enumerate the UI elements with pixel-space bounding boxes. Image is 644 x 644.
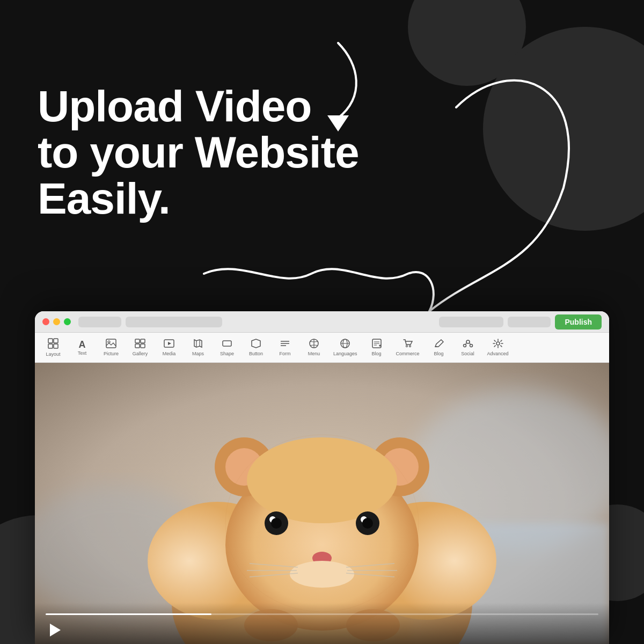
blog-icon-icon xyxy=(371,339,382,350)
languages-label: Languages xyxy=(333,351,357,356)
video-content-area xyxy=(35,363,609,644)
svg-rect-15 xyxy=(223,341,231,346)
svg-point-31 xyxy=(466,340,470,343)
svg-rect-9 xyxy=(135,344,140,348)
svg-rect-7 xyxy=(135,339,140,343)
picture-icon xyxy=(106,339,116,350)
toolbar-item-blog[interactable]: Blog xyxy=(425,336,453,358)
svg-point-36 xyxy=(496,342,500,345)
svg-point-28 xyxy=(406,346,407,347)
commerce-label: Commerce xyxy=(396,351,420,356)
toolbar-item-picture[interactable]: Picture xyxy=(97,336,125,358)
svg-point-49 xyxy=(247,437,397,523)
blog-icon-label: Blog xyxy=(372,351,382,356)
social-icon xyxy=(463,339,473,350)
url-placeholder-2 xyxy=(439,317,503,327)
toolbar-item-maps[interactable]: Maps xyxy=(184,336,212,358)
toolbar-item-social[interactable]: Social xyxy=(454,336,482,358)
publish-button[interactable]: Publish xyxy=(555,314,602,330)
video-control-buttons xyxy=(46,620,598,640)
browser-toolbar: Layout A Text Picture xyxy=(35,333,609,363)
advanced-label: Advanced xyxy=(487,351,509,356)
svg-point-29 xyxy=(409,346,411,347)
svg-rect-5 xyxy=(106,339,116,348)
url-placeholder-3 xyxy=(508,317,551,327)
advanced-icon xyxy=(493,339,503,350)
gallery-icon xyxy=(135,339,145,350)
url-bar-area: Publish xyxy=(78,314,602,330)
hero-line3: Easily. xyxy=(38,175,359,222)
svg-point-54 xyxy=(271,518,282,529)
toolbar-item-menu[interactable]: Menu xyxy=(300,336,328,358)
svg-line-35 xyxy=(470,343,471,345)
hero-text: Upload Video to your Website Easily. xyxy=(38,83,359,222)
browser-titlebar: Publish xyxy=(35,311,609,333)
maps-label: Maps xyxy=(192,351,204,356)
toolbar-item-layout[interactable]: Layout xyxy=(39,336,67,359)
svg-rect-8 xyxy=(141,339,145,343)
social-label: Social xyxy=(461,351,474,356)
play-button[interactable] xyxy=(46,620,65,640)
svg-rect-4 xyxy=(54,344,58,348)
svg-rect-1 xyxy=(48,339,53,343)
close-button[interactable] xyxy=(42,318,49,325)
toolbar-item-button[interactable]: Button xyxy=(242,336,270,358)
form-label: Form xyxy=(280,351,291,356)
minimize-button[interactable] xyxy=(53,318,60,325)
video-controls xyxy=(35,603,609,644)
svg-point-32 xyxy=(463,345,466,347)
svg-rect-3 xyxy=(48,344,53,348)
media-label: Media xyxy=(163,351,176,356)
maximize-button[interactable] xyxy=(64,318,71,325)
blog-text-label: Blog xyxy=(434,351,444,356)
toolbar-item-languages[interactable]: Languages xyxy=(329,336,362,358)
svg-marker-12 xyxy=(168,342,171,345)
media-icon xyxy=(164,339,174,350)
shape-label: Shape xyxy=(220,351,234,356)
svg-point-57 xyxy=(290,561,354,588)
traffic-lights xyxy=(42,318,71,325)
toolbar-item-advanced[interactable]: Advanced xyxy=(483,336,513,358)
layout-label: Layout xyxy=(46,352,60,357)
button-label: Button xyxy=(249,351,263,356)
hero-line2: to your Website xyxy=(38,129,359,175)
menu-icon xyxy=(309,339,319,350)
form-icon xyxy=(280,339,290,350)
svg-line-34 xyxy=(465,343,466,345)
video-progress-bar[interactable] xyxy=(46,613,598,615)
toolbar-item-text[interactable]: A Text xyxy=(68,338,96,358)
play-triangle-icon xyxy=(50,624,61,636)
button-icon xyxy=(251,339,261,350)
text-icon: A xyxy=(79,340,86,349)
shape-icon xyxy=(222,339,232,350)
video-progress-fill xyxy=(46,613,211,615)
toolbar-item-media[interactable]: Media xyxy=(155,336,183,358)
svg-point-33 xyxy=(470,345,472,347)
svg-point-55 xyxy=(362,518,373,529)
picture-label: Picture xyxy=(104,351,119,356)
toolbar-item-form[interactable]: Form xyxy=(271,336,299,358)
svg-rect-10 xyxy=(141,344,145,348)
hamster-image xyxy=(35,363,609,644)
url-placeholder-1 xyxy=(78,317,121,327)
menu-label: Menu xyxy=(308,351,320,356)
layout-icon xyxy=(48,338,58,350)
hero-line1: Upload Video xyxy=(38,83,359,129)
svg-rect-2 xyxy=(54,339,58,343)
languages-icon xyxy=(340,339,350,350)
browser-window: Publish Layout A Text xyxy=(35,311,609,644)
toolbar-item-commerce[interactable]: Commerce xyxy=(392,336,424,358)
blog-label-icon xyxy=(434,339,444,350)
maps-icon xyxy=(193,339,203,350)
toolbar-item-blog-icon[interactable]: Blog xyxy=(363,336,391,358)
url-bar[interactable] xyxy=(126,317,222,327)
toolbar-item-shape[interactable]: Shape xyxy=(213,336,241,358)
text-label: Text xyxy=(78,350,87,356)
commerce-icon xyxy=(402,339,413,350)
toolbar-item-gallery[interactable]: Gallery xyxy=(126,336,154,358)
gallery-label: Gallery xyxy=(133,351,148,356)
